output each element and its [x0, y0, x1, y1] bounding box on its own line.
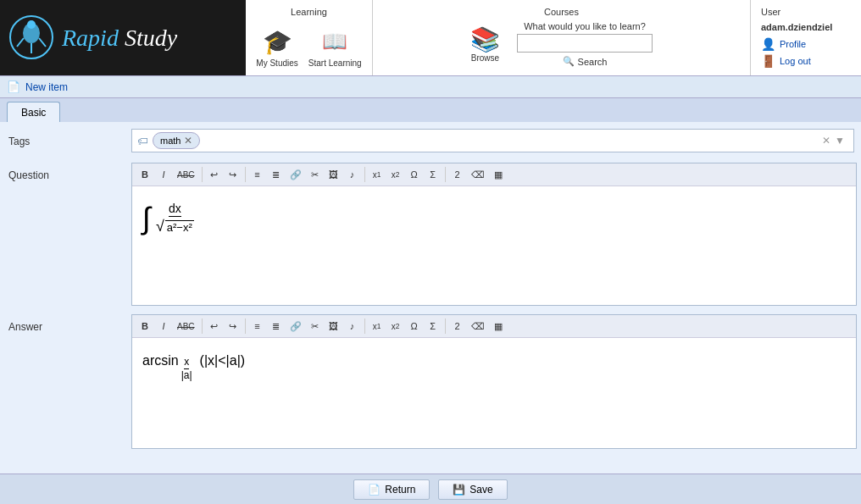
- question-unordered-list[interactable]: ≡: [249, 166, 266, 183]
- question-italic[interactable]: I: [155, 166, 172, 183]
- answer-audio[interactable]: ♪: [344, 318, 361, 335]
- profile-label: Profile: [780, 39, 806, 49]
- logout-icon: 🚪: [761, 54, 775, 68]
- question-row: Question B I ABC ↩ ↪ ≡ ≣ 🔗 ✂: [0, 163, 861, 306]
- question-math-display: ∫ dx √ a²−x²: [142, 202, 846, 235]
- tags-label: Tags: [0, 129, 131, 154]
- answer-subscript[interactable]: x1: [369, 318, 386, 335]
- search-button[interactable]: 🔍 Search: [563, 56, 608, 67]
- logo-area: Rapid Study: [0, 0, 246, 75]
- integral-symbol: ∫: [142, 203, 151, 234]
- footer: 📄 Return 💾 Save: [0, 474, 861, 504]
- new-item-page-icon: 📄: [7, 80, 20, 93]
- tag-icon: 🏷: [137, 135, 148, 147]
- answer-table[interactable]: ▦: [490, 318, 507, 335]
- nav-courses-content: 📚 Browse What would you like to learn? 🔍…: [470, 21, 653, 67]
- answer-omega[interactable]: Ω: [406, 318, 423, 335]
- answer-func[interactable]: 2: [449, 318, 466, 335]
- save-button[interactable]: 💾 Save: [438, 479, 507, 500]
- question-body[interactable]: ∫ dx √ a²−x²: [132, 186, 856, 305]
- question-subscript[interactable]: x1: [369, 166, 386, 183]
- tab-basic-label: Basic: [21, 107, 46, 119]
- tab-basic[interactable]: Basic: [7, 102, 60, 122]
- answer-toolbar: B I ABC ↩ ↪ ≡ ≣ 🔗 ✂ 🖼 ♪ x1: [132, 315, 856, 338]
- logo-rapid: Rapid: [62, 25, 119, 51]
- start-learning-icon: 📖: [318, 25, 352, 58]
- question-editor: B I ABC ↩ ↪ ≡ ≣ 🔗 ✂ 🖼 ♪ x1: [131, 163, 857, 306]
- answer-italic[interactable]: I: [155, 318, 172, 335]
- start-learning-label: Start Learning: [308, 58, 362, 68]
- question-table[interactable]: ▦: [490, 166, 507, 183]
- question-ordered-list[interactable]: ≣: [268, 166, 285, 183]
- nav-user: User adam.dziendziel 👤 Profile 🚪 Log out: [751, 0, 861, 75]
- my-studies-icon: 🎓: [260, 25, 294, 58]
- answer-redo[interactable]: ↪: [225, 318, 242, 335]
- browse-nav[interactable]: 📚 Browse: [470, 25, 500, 63]
- form-area: Tags 🏷 math ✕ ✕ ▼ Question: [0, 122, 861, 474]
- browse-label: Browse: [471, 53, 499, 63]
- logout-link[interactable]: 🚪 Log out: [761, 54, 851, 68]
- nav-learning-label: Learning: [291, 7, 327, 17]
- question-abc[interactable]: ABC: [174, 166, 198, 183]
- logo-text: Rapid Study: [62, 25, 177, 52]
- question-audio[interactable]: ♪: [344, 166, 361, 183]
- profile-link[interactable]: 👤 Profile: [761, 37, 851, 51]
- question-superscript[interactable]: x2: [387, 166, 404, 183]
- asep3: [364, 318, 365, 334]
- search-box: What would you like to learn? 🔍 Search: [517, 21, 653, 67]
- answer-field: B I ABC ↩ ↪ ≡ ≣ 🔗 ✂ 🖼 ♪ x1: [131, 314, 861, 449]
- answer-link[interactable]: 🔗: [286, 318, 305, 335]
- question-eraser[interactable]: ⌫: [468, 166, 488, 183]
- logo-study: Study: [119, 25, 177, 51]
- search-prompt: What would you like to learn?: [524, 21, 646, 31]
- my-studies-label: My Studies: [256, 58, 297, 68]
- asep2: [245, 318, 246, 334]
- question-func[interactable]: 2: [449, 166, 466, 183]
- my-studies-nav[interactable]: 🎓 My Studies: [256, 25, 297, 68]
- question-redo[interactable]: ↪: [225, 166, 242, 183]
- question-omega[interactable]: Ω: [406, 166, 423, 183]
- answer-body[interactable]: arcsin x |a| (|x|<|a|): [132, 338, 856, 448]
- tag-math-label: math: [160, 136, 181, 146]
- new-item-label[interactable]: New item: [25, 81, 68, 93]
- sep3: [364, 167, 365, 182]
- question-link[interactable]: 🔗: [286, 166, 305, 183]
- question-toolbar: B I ABC ↩ ↪ ≡ ≣ 🔗 ✂ 🖼 ♪ x1: [132, 163, 856, 186]
- answer-undo[interactable]: ↩: [206, 318, 223, 335]
- asep1: [202, 318, 203, 334]
- question-undo[interactable]: ↩: [206, 166, 223, 183]
- dx-fraction: dx √ a²−x²: [156, 202, 194, 235]
- answer-image[interactable]: 🖼: [325, 318, 342, 335]
- logo-icon: [8, 14, 55, 61]
- toolbar-bar: 📄 New item: [0, 76, 861, 98]
- answer-superscript[interactable]: x2: [387, 318, 404, 335]
- answer-cut[interactable]: ✂: [307, 318, 324, 335]
- svg-point-2: [27, 20, 36, 29]
- question-bold[interactable]: B: [136, 166, 153, 183]
- answer-unordered-list[interactable]: ≡: [249, 318, 266, 335]
- answer-bold[interactable]: B: [136, 318, 153, 335]
- answer-math-display: arcsin x |a| (|x|<|a|): [142, 353, 846, 381]
- search-input[interactable]: [517, 34, 653, 53]
- question-sigma[interactable]: Σ: [425, 166, 442, 183]
- answer-ordered-list[interactable]: ≣: [268, 318, 285, 335]
- tags-dropdown-icon[interactable]: ▼: [835, 135, 845, 147]
- sep4: [445, 167, 446, 182]
- answer-abc[interactable]: ABC: [174, 318, 198, 335]
- search-label: Search: [578, 57, 608, 67]
- tags-field: 🏷 math ✕ ✕ ▼: [131, 129, 861, 154]
- question-field: B I ABC ↩ ↪ ≡ ≣ 🔗 ✂ 🖼 ♪ x1: [131, 163, 861, 306]
- start-learning-nav[interactable]: 📖 Start Learning: [308, 25, 362, 68]
- question-image[interactable]: 🖼: [325, 166, 342, 183]
- question-cut[interactable]: ✂: [307, 166, 324, 183]
- nav-learning: Learning 🎓 My Studies 📖 Start Learning: [246, 0, 373, 75]
- asep4: [445, 318, 446, 334]
- tags-close-icon[interactable]: ✕: [822, 135, 830, 147]
- answer-sigma[interactable]: Σ: [425, 318, 442, 335]
- tab-bar: Basic: [0, 98, 861, 122]
- tag-math-remove[interactable]: ✕: [184, 135, 192, 147]
- sep1: [202, 167, 203, 182]
- answer-eraser[interactable]: ⌫: [468, 318, 488, 335]
- logout-label: Log out: [780, 56, 811, 66]
- return-button[interactable]: 📄 Return: [353, 479, 430, 500]
